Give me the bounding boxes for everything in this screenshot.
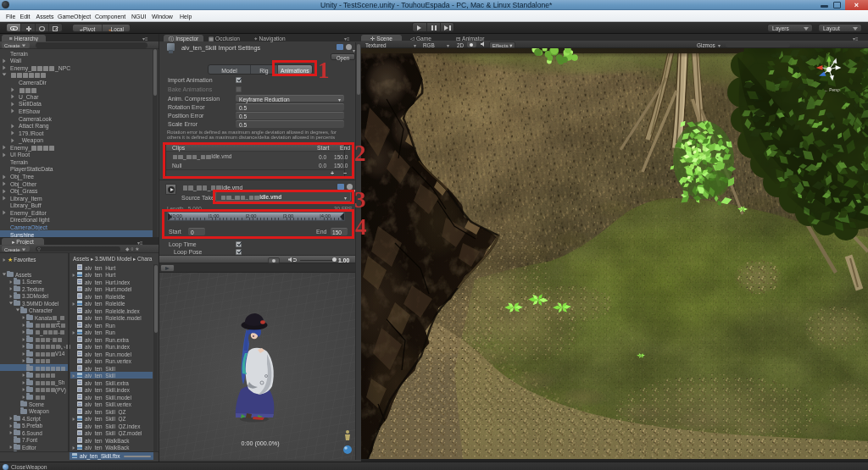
svg-text:← Persp: ← Persp: [824, 88, 840, 92]
svg-text:Y: Y: [828, 52, 831, 56]
svg-text:0:00 (000.0%): 0:00 (000.0%): [241, 440, 279, 447]
